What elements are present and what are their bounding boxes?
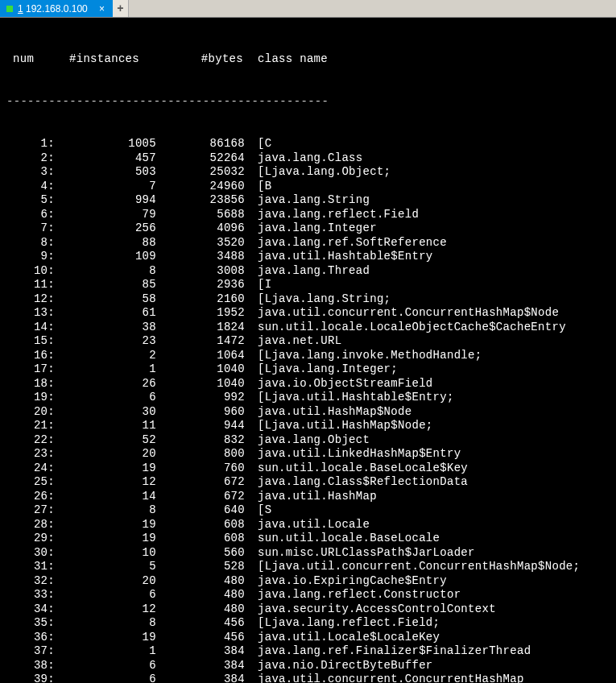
cell-num: 32: [6,574,55,589]
add-tab-button[interactable]: + [113,0,129,17]
table-row: 26:14672java.util.HashMap [6,490,614,504]
cell-num: 25: [6,475,55,490]
cell-num: 38: [6,659,55,673]
table-header: num #instances #bytes class name [6,52,614,67]
cell-bytes: 384 [159,673,248,683]
cell-num: 7: [6,221,55,236]
cell-instances: 19 [55,631,159,645]
cell-instances: 503 [55,165,159,180]
cell-instances: 994 [55,193,159,208]
cell-bytes: 384 [159,644,248,659]
table-row: 19:6992[Ljava.util.Hashtable$Entry; [6,391,614,405]
cell-class: java.util.HashMap$Node [248,405,614,420]
cell-bytes: 480 [159,588,248,602]
table-row: 17:11040[Ljava.lang.Integer; [6,362,614,377]
terminal-output[interactable]: num #instances #bytes class name -------… [0,18,616,683]
cell-instances: 6 [55,673,159,683]
cell-num: 36: [6,631,55,645]
cell-class: java.lang.Object [248,433,614,448]
cell-class: [Ljava.lang.reflect.Field; [248,616,614,631]
table-row: 31:5528[Ljava.util.concurrent.Concurrent… [6,560,614,574]
table-row: 22:52832java.lang.Object [6,433,614,448]
cell-instances: 2 [55,349,159,363]
cell-num: 16: [6,349,55,363]
cell-num: 37: [6,644,55,659]
cell-class: java.nio.DirectByteBuffer [248,659,614,673]
cell-class: [Ljava.lang.Object; [248,165,614,180]
cell-bytes: 760 [159,462,248,476]
cell-instances: 20 [55,447,159,462]
cell-bytes: 832 [159,433,248,448]
cell-instances: 61 [55,306,159,321]
table-row: 14:381824sun.util.locale.LocaleObjectCac… [6,321,614,335]
connection-status-icon [6,6,13,12]
cell-num: 13: [6,306,55,321]
cell-instances: 6 [55,391,159,405]
table-row: 10:83008java.lang.Thread [6,264,614,279]
cell-class: java.util.Locale$LocaleKey [248,631,614,645]
cell-class: java.lang.String [248,193,614,208]
table-row: 33:6480java.lang.reflect.Constructor [6,588,614,602]
cell-bytes: 456 [159,616,248,631]
cell-instances: 1005 [55,137,159,151]
cell-instances: 79 [55,208,159,222]
cell-instances: 5 [55,560,159,574]
cell-instances: 11 [55,419,159,433]
cell-class: java.io.ObjectStreamField [248,377,614,391]
cell-bytes: 1040 [159,362,248,377]
cell-num: 5: [6,193,55,208]
cell-class: java.lang.Integer [248,221,614,236]
table-row: 7:2564096java.lang.Integer [6,221,614,236]
cell-class: java.net.URL [248,334,614,349]
cell-instances: 20 [55,574,159,589]
table-row: 32:20480java.io.ExpiringCache$Entry [6,574,614,589]
cell-class: java.lang.reflect.Constructor [248,588,614,602]
cell-class: java.util.concurrent.ConcurrentHashMap$N… [248,306,614,321]
cell-instances: 8 [55,503,159,518]
cell-class: [Ljava.lang.String; [248,292,614,307]
cell-instances: 85 [55,278,159,292]
cell-num: 10: [6,264,55,279]
cell-bytes: 560 [159,546,248,561]
cell-bytes: 800 [159,447,248,462]
cell-num: 9: [6,250,55,264]
cell-bytes: 1040 [159,377,248,391]
cell-num: 14: [6,321,55,335]
header-bytes: #bytes [159,52,248,67]
table-row: 30:10560sun.misc.URLClassPath$JarLoader [6,546,614,561]
table-row: 39:6384java.util.concurrent.ConcurrentHa… [6,673,614,683]
cell-instances: 457 [55,151,159,166]
cell-bytes: 480 [159,574,248,589]
table-row: 11:852936[I [6,278,614,292]
cell-num: 28: [6,518,55,532]
cell-class: [C [248,137,614,151]
cell-bytes: 1952 [159,306,248,321]
table-row: 35:8456[Ljava.lang.reflect.Field; [6,616,614,631]
table-row: 21:11944[Ljava.util.HashMap$Node; [6,419,614,433]
table-row: 38:6384java.nio.DirectByteBuffer [6,659,614,673]
cell-num: 11: [6,278,55,292]
cell-class: java.util.HashMap [248,490,614,504]
cell-bytes: 3008 [159,264,248,279]
table-row: 18:261040java.io.ObjectStreamField [6,377,614,391]
table-row: 24:19760sun.util.locale.BaseLocale$Key [6,462,614,476]
cell-class: java.security.AccessControlContext [248,602,614,617]
cell-bytes: 480 [159,602,248,617]
cell-instances: 52 [55,433,159,448]
close-icon[interactable]: × [97,3,106,14]
cell-class: java.util.Locale [248,518,614,532]
cell-bytes: 52264 [159,151,248,166]
cell-num: 27: [6,503,55,518]
cell-instances: 6 [55,588,159,602]
cell-instances: 109 [55,250,159,264]
cell-instances: 12 [55,602,159,617]
cell-class: [B [248,180,614,194]
cell-bytes: 384 [159,659,248,673]
cell-num: 31: [6,560,55,574]
cell-bytes: 608 [159,532,248,546]
cell-instances: 19 [55,518,159,532]
cell-bytes: 1824 [159,321,248,335]
tab-active[interactable]: 1 192.168.0.100 × [0,0,113,17]
cell-num: 29: [6,532,55,546]
table-row: 23:20800java.util.LinkedHashMap$Entry [6,447,614,462]
